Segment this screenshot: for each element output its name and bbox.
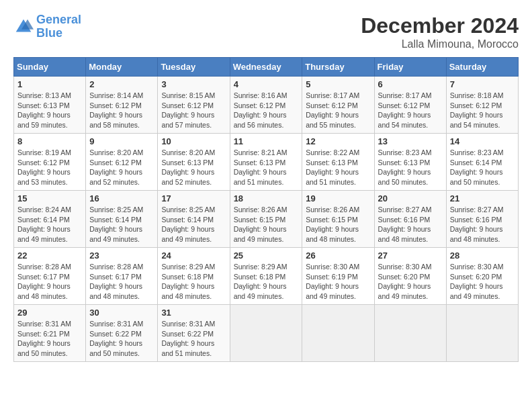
weekday-header: Wednesday [230,58,302,77]
day-info: Sunrise: 8:23 AMSunset: 6:14 PMDaylight:… [450,148,515,187]
day-number: 2 [89,79,154,89]
logo-text: General Blue [36,13,81,40]
day-info: Sunrise: 8:13 AMSunset: 6:13 PMDaylight:… [17,91,82,130]
day-number: 8 [17,136,82,146]
day-info: Sunrise: 8:17 AMSunset: 6:12 PMDaylight:… [306,91,370,130]
day-info: Sunrise: 8:31 AMSunset: 6:22 PMDaylight:… [161,319,226,359]
day-info: Sunrise: 8:22 AMSunset: 6:13 PMDaylight:… [306,148,370,187]
day-number: 16 [89,193,154,203]
month-title: December 2024 [361,13,519,38]
day-info: Sunrise: 8:27 AMSunset: 6:16 PMDaylight:… [450,205,515,244]
day-number: 25 [234,250,299,261]
logo-line2: Blue [36,26,62,40]
calendar-cell: 18 Sunrise: 8:26 AMSunset: 6:15 PMDaylig… [230,191,302,248]
day-number: 30 [89,308,154,318]
day-number: 11 [234,136,299,146]
day-info: Sunrise: 8:30 AMSunset: 6:20 PMDaylight:… [378,262,443,302]
day-number: 6 [378,79,443,89]
calendar-cell [230,305,302,362]
calendar-cell: 26 Sunrise: 8:30 AMSunset: 6:19 PMDaylig… [302,248,374,305]
day-info: Sunrise: 8:21 AMSunset: 6:13 PMDaylight:… [234,148,299,187]
calendar-cell: 4 Sunrise: 8:16 AMSunset: 6:12 PMDayligh… [230,77,302,134]
calendar-cell: 30 Sunrise: 8:31 AMSunset: 6:22 PMDaylig… [86,305,158,362]
calendar-cell: 31 Sunrise: 8:31 AMSunset: 6:22 PMDaylig… [158,305,230,362]
calendar-week-row: 29 Sunrise: 8:31 AMSunset: 6:21 PMDaylig… [14,305,519,362]
calendar-cell: 8 Sunrise: 8:19 AMSunset: 6:12 PMDayligh… [14,134,86,191]
day-number: 21 [450,193,515,203]
day-info: Sunrise: 8:24 AMSunset: 6:14 PMDaylight:… [17,205,82,244]
day-info: Sunrise: 8:25 AMSunset: 6:14 PMDaylight:… [161,205,226,244]
day-number: 12 [306,136,370,146]
calendar-cell: 1 Sunrise: 8:13 AMSunset: 6:13 PMDayligh… [14,77,86,134]
day-info: Sunrise: 8:29 AMSunset: 6:18 PMDaylight:… [161,262,226,302]
day-info: Sunrise: 8:20 AMSunset: 6:13 PMDaylight:… [161,148,226,187]
day-number: 22 [17,250,82,261]
day-info: Sunrise: 8:29 AMSunset: 6:18 PMDaylight:… [234,262,299,302]
location-title: Lalla Mimouna, Morocco [361,38,519,50]
weekday-header: Thursday [302,58,374,77]
calendar-week-row: 1 Sunrise: 8:13 AMSunset: 6:13 PMDayligh… [14,77,519,134]
calendar-week-row: 22 Sunrise: 8:28 AMSunset: 6:17 PMDaylig… [14,248,519,305]
calendar-cell [374,305,446,362]
day-info: Sunrise: 8:25 AMSunset: 6:14 PMDaylight:… [89,205,154,244]
page-header: General Blue December 2024 Lalla Mimouna… [13,13,519,50]
calendar-cell: 11 Sunrise: 8:21 AMSunset: 6:13 PMDaylig… [230,134,302,191]
day-number: 7 [450,79,515,89]
calendar-cell: 12 Sunrise: 8:22 AMSunset: 6:13 PMDaylig… [302,134,374,191]
calendar-cell: 3 Sunrise: 8:15 AMSunset: 6:12 PMDayligh… [158,77,230,134]
day-number: 26 [306,250,370,261]
day-number: 20 [378,193,443,203]
day-number: 31 [161,308,226,318]
day-info: Sunrise: 8:30 AMSunset: 6:20 PMDaylight:… [450,262,515,302]
calendar-cell: 14 Sunrise: 8:23 AMSunset: 6:14 PMDaylig… [446,134,518,191]
day-info: Sunrise: 8:14 AMSunset: 6:12 PMDaylight:… [89,91,154,130]
weekday-header: Tuesday [158,58,230,77]
day-info: Sunrise: 8:28 AMSunset: 6:17 PMDaylight:… [17,262,82,302]
weekday-header: Saturday [446,58,518,77]
day-info: Sunrise: 8:15 AMSunset: 6:12 PMDaylight:… [161,91,226,130]
calendar-cell [446,305,518,362]
calendar-cell: 15 Sunrise: 8:24 AMSunset: 6:14 PMDaylig… [14,191,86,248]
calendar-cell: 22 Sunrise: 8:28 AMSunset: 6:17 PMDaylig… [14,248,86,305]
day-info: Sunrise: 8:31 AMSunset: 6:22 PMDaylight:… [89,319,154,359]
calendar-cell: 9 Sunrise: 8:20 AMSunset: 6:12 PMDayligh… [86,134,158,191]
weekday-header: Sunday [14,58,86,77]
logo-icon [13,17,34,37]
day-number: 1 [17,79,82,89]
day-number: 28 [450,250,515,261]
day-number: 23 [89,250,154,261]
day-info: Sunrise: 8:27 AMSunset: 6:16 PMDaylight:… [378,205,443,244]
day-info: Sunrise: 8:26 AMSunset: 6:15 PMDaylight:… [306,205,370,244]
day-info: Sunrise: 8:23 AMSunset: 6:13 PMDaylight:… [378,148,443,187]
calendar-cell [302,305,374,362]
calendar-cell: 2 Sunrise: 8:14 AMSunset: 6:12 PMDayligh… [86,77,158,134]
calendar-cell: 27 Sunrise: 8:30 AMSunset: 6:20 PMDaylig… [374,248,446,305]
day-number: 17 [161,193,226,203]
day-number: 27 [378,250,443,261]
day-number: 9 [89,136,154,146]
day-number: 13 [378,136,443,146]
calendar-cell: 10 Sunrise: 8:20 AMSunset: 6:13 PMDaylig… [158,134,230,191]
calendar-cell: 24 Sunrise: 8:29 AMSunset: 6:18 PMDaylig… [158,248,230,305]
calendar-table: SundayMondayTuesdayWednesdayThursdayFrid… [13,57,519,362]
calendar-cell: 20 Sunrise: 8:27 AMSunset: 6:16 PMDaylig… [374,191,446,248]
day-info: Sunrise: 8:20 AMSunset: 6:12 PMDaylight:… [89,148,154,187]
calendar-cell: 28 Sunrise: 8:30 AMSunset: 6:20 PMDaylig… [446,248,518,305]
day-info: Sunrise: 8:28 AMSunset: 6:17 PMDaylight:… [89,262,154,302]
weekday-header: Friday [374,58,446,77]
day-info: Sunrise: 8:16 AMSunset: 6:12 PMDaylight:… [234,91,299,130]
logo-line1: General [36,13,81,26]
day-number: 14 [450,136,515,146]
day-number: 19 [306,193,370,203]
day-number: 24 [161,250,226,261]
day-number: 5 [306,79,370,89]
day-number: 15 [17,193,82,203]
calendar-cell: 17 Sunrise: 8:25 AMSunset: 6:14 PMDaylig… [158,191,230,248]
calendar-week-row: 8 Sunrise: 8:19 AMSunset: 6:12 PMDayligh… [14,134,519,191]
day-info: Sunrise: 8:30 AMSunset: 6:19 PMDaylight:… [306,262,370,302]
day-info: Sunrise: 8:18 AMSunset: 6:12 PMDaylight:… [450,91,515,130]
calendar-cell: 19 Sunrise: 8:26 AMSunset: 6:15 PMDaylig… [302,191,374,248]
calendar-cell: 6 Sunrise: 8:17 AMSunset: 6:12 PMDayligh… [374,77,446,134]
day-number: 3 [161,79,226,89]
calendar-cell: 21 Sunrise: 8:27 AMSunset: 6:16 PMDaylig… [446,191,518,248]
